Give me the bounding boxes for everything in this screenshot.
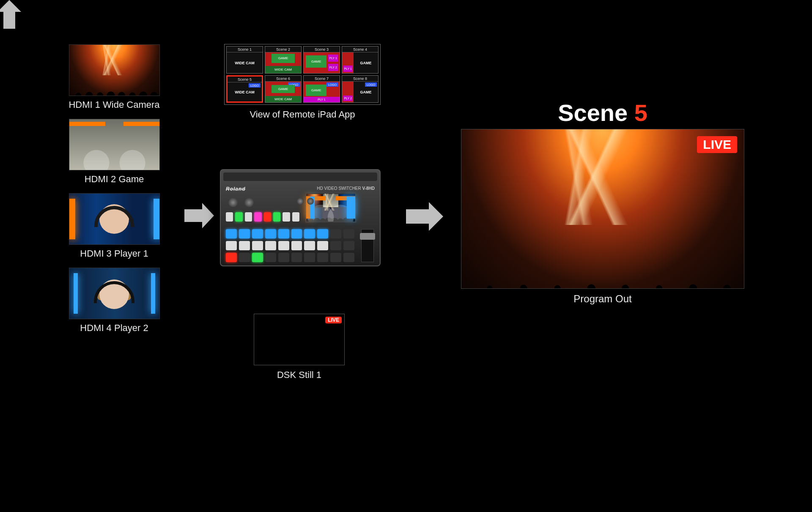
scene-7-plyrow: PLY 1 — [304, 97, 340, 102]
scene-title-4: Scene 4 — [342, 47, 378, 52]
input-sources-column: HDMI 1 Wide Camera HDMI 2 Game HDMI 3 Pl… — [59, 44, 169, 342]
scene-title-1: Scene 1 — [227, 47, 263, 52]
scene-cell-1: Scene 1 WIDE CAM — [226, 46, 263, 74]
hdmi3-thumbnail — [69, 193, 160, 245]
dsk-preview: LIVE — [254, 314, 345, 365]
scene-cell-7: Scene 7 LOGO GAME PLY 1 — [303, 75, 340, 103]
t-bar-fader — [361, 229, 374, 262]
hdmi2-thumbnail — [69, 119, 160, 170]
scene-7-game: GAME — [306, 85, 326, 96]
program-live-badge: LIVE — [697, 136, 737, 153]
scene-3-ply2: PLY 2 — [328, 64, 338, 71]
device-brand: Roland — [226, 186, 246, 192]
scene-title-6: Scene 6 — [265, 76, 301, 82]
input-source-2: HDMI 2 Game — [59, 119, 169, 185]
hdmi4-thumbnail — [69, 268, 160, 319]
hdmi3-label: HDMI 3 Player 1 — [59, 248, 169, 259]
scene-title-8: Scene 8 — [342, 76, 378, 82]
scene-grid: Scene 1 WIDE CAM Scene 2 GAME WIDE CAM S… — [224, 44, 381, 105]
hdmi1-label: HDMI 1 Wide Camera — [59, 99, 169, 110]
scene-title-5: Scene 5 — [228, 77, 262, 82]
hdmi4-label: HDMI 4 Player 2 — [59, 323, 169, 334]
scene-4-ply1: PLY 1 — [343, 66, 353, 72]
scene-1-widecam: WIDE CAM — [227, 52, 263, 73]
scene-3-ply1: PLY 1 — [328, 55, 338, 62]
scene-cell-8: Scene 8 GAME LOGO PLY 2 — [342, 75, 379, 103]
hdmi1-thumbnail — [69, 44, 160, 96]
scene-6-body: LOGO GAME WIDE CAM — [265, 82, 301, 102]
scene-cell-3: Scene 3 GAME PLY 1 PLY 2 — [303, 46, 340, 74]
scene-2-game: GAME — [272, 54, 294, 63]
scene-6-widecam: WIDE CAM — [265, 96, 301, 102]
scene-cell-6: Scene 6 LOGO GAME WIDE CAM — [265, 75, 302, 103]
scene-2-widecam: WIDE CAM — [265, 66, 301, 73]
input-source-3: HDMI 3 Player 1 — [59, 193, 169, 259]
scene-3-body: GAME PLY 1 PLY 2 — [304, 52, 340, 73]
dsk-still: LIVE DSK Still 1 — [254, 314, 345, 381]
ipad-caption: View of Remote iPad App — [224, 109, 381, 120]
scene-8-ply2: PLY 2 — [343, 96, 353, 101]
input-source-4: HDMI 4 Player 2 — [59, 268, 169, 334]
program-caption: Program Out — [461, 293, 744, 305]
ipad-app-view: Scene 1 WIDE CAM Scene 2 GAME WIDE CAM S… — [224, 44, 381, 120]
scene-6-game: GAME — [272, 85, 294, 93]
dsk-label: DSK Still 1 — [254, 370, 345, 381]
device-lcd — [305, 193, 356, 222]
scene-title-3: Scene 3 — [304, 47, 340, 52]
scene-title-2: Scene 2 — [265, 47, 301, 52]
scene-7-logo: LOGO — [326, 82, 338, 87]
scene-2-body: GAME WIDE CAM — [265, 52, 301, 73]
scene-title-7: Scene 7 — [304, 76, 340, 82]
scene-cell-4: Scene 4 GAME PLY 1 — [342, 46, 379, 74]
scene-7-body: LOGO GAME PLY 1 — [304, 82, 340, 102]
scene-4-game: GAME — [354, 52, 378, 73]
scene-3-game: GAME — [306, 55, 326, 68]
input-source-1: HDMI 1 Wide Camera — [59, 44, 169, 110]
scene-cell-5: Scene 5 WIDE CAM LOGO — [226, 75, 263, 103]
scene-4-body: GAME PLY 1 — [342, 52, 378, 73]
scene-8-logo: LOGO — [365, 82, 377, 87]
dsk-live-badge: LIVE — [325, 317, 342, 323]
scene-cell-2: Scene 2 GAME WIDE CAM — [265, 46, 302, 74]
program-screen: LIVE — [461, 129, 744, 289]
video-switcher-device: Roland HD VIDEO SWITCHER V-8HD — [220, 169, 381, 266]
program-output: Scene 5 LIVE Program Out — [461, 99, 744, 305]
hdmi2-label: HDMI 2 Game — [59, 174, 169, 185]
scene-5-body: WIDE CAM LOGO — [228, 82, 262, 101]
program-scene-title: Scene 5 — [461, 99, 744, 126]
scene-8-body: GAME LOGO PLY 2 — [342, 82, 378, 102]
scene-5-logo: LOGO — [249, 83, 261, 88]
device-model: HD VIDEO SWITCHER V-8HD — [317, 186, 375, 191]
